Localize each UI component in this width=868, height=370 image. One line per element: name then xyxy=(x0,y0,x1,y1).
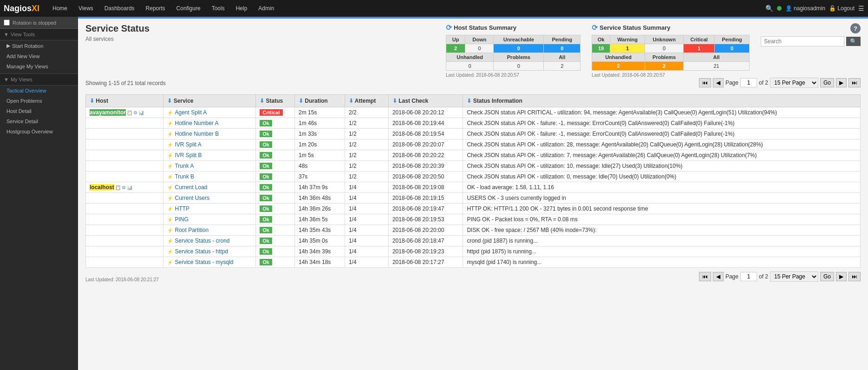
sidebar-manage-my-views[interactable]: Manage My Views xyxy=(0,61,78,72)
search-input[interactable] xyxy=(761,36,844,46)
host-action-icon1[interactable]: 📋 xyxy=(127,110,132,115)
service-action-icon[interactable]: ⚡ xyxy=(167,174,173,179)
service-link[interactable]: Trunk A xyxy=(175,163,194,169)
go-button-bottom[interactable]: Go xyxy=(820,272,834,281)
col-host[interactable]: ⬇ Host xyxy=(86,95,163,107)
service-link[interactable]: Service Status - httpd xyxy=(175,248,228,255)
sidebar-start-rotation[interactable]: ▶ Start Rotation xyxy=(0,40,78,51)
service-link[interactable]: Service Status - crond xyxy=(175,238,229,244)
service-link[interactable]: Trunk B xyxy=(175,173,194,180)
host-action-icon2[interactable]: ⚙ xyxy=(133,110,137,115)
host-action-icon3[interactable]: 📊 xyxy=(127,185,132,190)
my-views-header[interactable]: ▼ My Views xyxy=(0,73,78,86)
host-pending-val[interactable]: 0 xyxy=(544,44,581,53)
service-action-icon[interactable]: ⚡ xyxy=(167,153,173,158)
host-problems-val[interactable]: 0 xyxy=(494,62,544,71)
host-link[interactable]: localhost xyxy=(90,184,114,191)
svc-unknown-val[interactable]: 0 xyxy=(645,44,684,53)
host-up-val[interactable]: 2 xyxy=(446,44,465,53)
service-link[interactable]: IVR Split B xyxy=(175,152,202,159)
search-button[interactable]: 🔍 xyxy=(846,37,861,46)
nav-reports[interactable]: Reports xyxy=(140,0,171,17)
col-service[interactable]: ⬇ Service xyxy=(163,95,256,107)
pagination-next-btn-bottom[interactable]: ▶ xyxy=(836,272,847,281)
host-unreachable-val[interactable]: 0 xyxy=(494,44,544,53)
service-action-icon[interactable]: ⚡ xyxy=(167,164,173,169)
host-unhandled-val[interactable]: 0 xyxy=(446,62,494,71)
per-page-select[interactable]: 15 Per Page 25 Per Page 50 Per Page 100 … xyxy=(770,78,818,88)
service-link[interactable]: Service Status - mysqld xyxy=(175,259,233,265)
help-icon[interactable]: ? xyxy=(850,23,861,33)
col-status[interactable]: ⬇ Status xyxy=(256,95,295,107)
service-link[interactable]: Hotline Number A xyxy=(175,120,218,126)
nav-help[interactable]: Help xyxy=(230,0,253,17)
sidebar-service-detail[interactable]: Service Detail xyxy=(0,116,78,126)
nav-home[interactable]: Home xyxy=(47,0,73,17)
svc-critical-val[interactable]: 1 xyxy=(684,44,715,53)
host-down-val[interactable]: 0 xyxy=(465,44,494,53)
nav-views[interactable]: Views xyxy=(73,0,99,17)
service-link[interactable]: HTTP xyxy=(175,205,189,212)
service-action-icon[interactable]: ⚡ xyxy=(167,142,173,147)
page-input[interactable]: 1 xyxy=(740,78,757,87)
nav-admin[interactable]: Admin xyxy=(253,0,280,17)
refresh-icon-service[interactable]: ⟳ xyxy=(592,23,598,32)
svc-warning-val[interactable]: 1 xyxy=(610,44,645,53)
host-link[interactable]: avayamonitor xyxy=(90,109,126,116)
col-status-info[interactable]: ⬇ Status Information xyxy=(463,95,861,107)
per-page-select-bottom[interactable]: 15 Per Page 25 Per Page 50 Per Page 100 … xyxy=(770,271,818,282)
pagination-prev-btn-bottom[interactable]: ◀ xyxy=(713,272,724,281)
service-action-icon[interactable]: ⚡ xyxy=(167,185,173,190)
svc-all-val[interactable]: 21 xyxy=(684,62,750,71)
service-link[interactable]: PING xyxy=(175,216,188,223)
service-action-icon[interactable]: ⚡ xyxy=(167,238,173,244)
pagination-prev-btn[interactable]: ◀ xyxy=(713,78,724,87)
sidebar-open-problems[interactable]: Open Problems xyxy=(0,96,78,106)
service-link[interactable]: Current Load xyxy=(175,184,207,191)
host-all-val[interactable]: 2 xyxy=(544,62,581,71)
logo[interactable]: Nagios XI xyxy=(4,4,39,13)
service-link[interactable]: Root Partition xyxy=(175,227,209,233)
svc-ok-val[interactable]: 19 xyxy=(592,44,610,53)
service-link[interactable]: Hotline Number B xyxy=(175,131,219,137)
col-last-check[interactable]: ⬇ Last Check xyxy=(388,95,463,107)
menu-icon[interactable]: ☰ xyxy=(858,5,864,12)
pagination-first-btn[interactable]: ⏮ xyxy=(699,78,711,87)
refresh-icon-host[interactable]: ⟳ xyxy=(446,23,452,32)
go-button-top[interactable]: Go xyxy=(820,78,834,87)
service-action-icon[interactable]: ⚡ xyxy=(167,121,173,126)
svc-pending-val[interactable]: 0 xyxy=(715,44,750,53)
service-link[interactable]: Current Users xyxy=(175,195,209,201)
search-icon[interactable]: 🔍 xyxy=(765,5,773,12)
col-duration[interactable]: ⬇ Duration xyxy=(294,95,345,107)
col-attempt[interactable]: ⬇ Attempt xyxy=(345,95,388,107)
view-tools-header[interactable]: ▼ View Tools xyxy=(0,29,78,40)
service-action-icon[interactable]: ⚡ xyxy=(167,196,173,201)
nav-tools[interactable]: Tools xyxy=(206,0,230,17)
service-action-icon[interactable]: ⚡ xyxy=(167,217,173,222)
page-input-bottom[interactable] xyxy=(740,272,757,281)
sidebar-hostgroup-overview[interactable]: Hostgroup Overview xyxy=(0,126,78,137)
pagination-last-btn-bottom[interactable]: ⏭ xyxy=(848,272,861,281)
logout-link[interactable]: 🔓 Logout xyxy=(829,5,855,12)
sidebar-host-detail[interactable]: Host Detail xyxy=(0,106,78,116)
service-action-icon[interactable]: ⚡ xyxy=(167,132,173,137)
host-action-icon1[interactable]: 📋 xyxy=(115,185,121,190)
svc-unhandled-val[interactable]: 2 xyxy=(592,62,645,71)
pagination-next-btn[interactable]: ▶ xyxy=(836,78,847,87)
pagination-first-btn-bottom[interactable]: ⏮ xyxy=(699,272,711,281)
host-action-icon3[interactable]: 📊 xyxy=(138,110,144,115)
nav-dashboards[interactable]: Dashboards xyxy=(99,0,140,17)
sidebar-tactical-overview[interactable]: Tactical Overview xyxy=(0,86,78,96)
pagination-last-btn[interactable]: ⏭ xyxy=(848,78,861,87)
nav-configure[interactable]: Configure xyxy=(171,0,206,17)
service-action-icon[interactable]: ⚡ xyxy=(167,260,173,265)
service-link[interactable]: Agent Split A xyxy=(175,109,207,116)
service-action-icon[interactable]: ⚡ xyxy=(167,206,173,211)
service-link[interactable]: IVR Split A xyxy=(175,141,201,148)
host-action-icon2[interactable]: ⚙ xyxy=(122,185,126,190)
sidebar-add-new-view[interactable]: Add New View xyxy=(0,51,78,61)
service-action-icon[interactable]: ⚡ xyxy=(167,228,173,233)
svc-problems-val[interactable]: 2 xyxy=(645,62,684,71)
service-action-icon[interactable]: ⚡ xyxy=(167,249,173,254)
